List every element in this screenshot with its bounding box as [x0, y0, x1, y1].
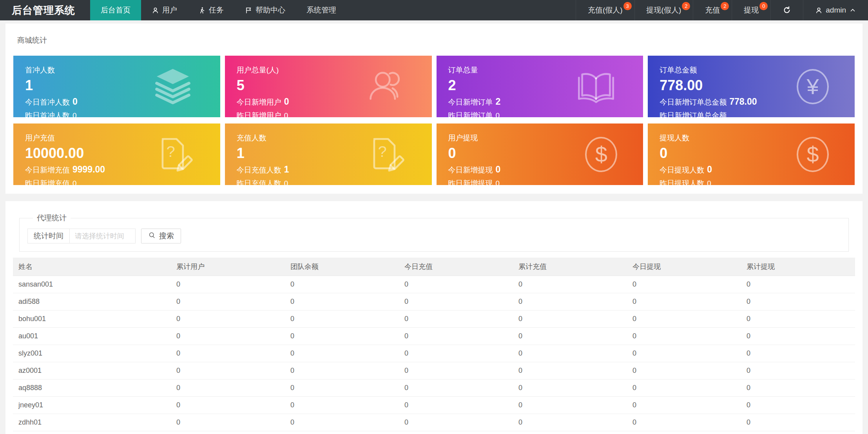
- document-edit-icon: ?: [154, 134, 194, 175]
- nav-item-label: 系统管理: [306, 5, 336, 15]
- cell-value: 0: [171, 328, 285, 345]
- notification-badge: 3: [623, 2, 632, 10]
- table-body: sansan001000000adi588000000bohu001000000…: [13, 276, 855, 434]
- cell-value: 0: [627, 414, 741, 431]
- username: admin: [826, 6, 846, 15]
- cell-value: 0: [171, 414, 285, 431]
- nav-item-label: 充值(假人): [588, 5, 623, 15]
- column-header: 今日提现: [627, 258, 741, 276]
- cell-value: 0: [513, 328, 627, 345]
- nav-item-withdraw-fake[interactable]: 提现(假人) 2: [634, 0, 693, 20]
- cell-value: 0: [627, 380, 741, 397]
- stat-time-input[interactable]: [70, 229, 136, 243]
- cell-value: 0: [171, 311, 285, 328]
- cell-value: 0: [627, 345, 741, 362]
- cell-value: 0: [285, 380, 399, 397]
- table-header-row: 姓名累计用户团队余额今日充值累计充值今日提现累计提现: [13, 258, 855, 276]
- agent-stats-panel: 代理统计 统计时间 搜索 姓名累计用户团队余额今日充值累计充值今日提现累计提现 …: [5, 201, 863, 434]
- cell-value: 0: [171, 362, 285, 380]
- table-row: au001000000: [13, 328, 855, 345]
- nav-item-home[interactable]: 后台首页: [90, 0, 141, 20]
- table-row: bohu001000000: [13, 311, 855, 328]
- cell-value: 0: [171, 345, 285, 362]
- cell-value: 0: [285, 293, 399, 311]
- refresh-icon: [783, 6, 791, 15]
- column-header: 累计用户: [171, 258, 285, 276]
- stat-time-label: 统计时间: [27, 229, 70, 243]
- cell-value: 0: [285, 276, 399, 293]
- nav-item-label: 任务: [209, 5, 224, 15]
- search-icon: [148, 231, 156, 241]
- search-button-label: 搜索: [159, 231, 174, 241]
- nav-item-tasks[interactable]: 任务: [188, 0, 234, 20]
- nav-item-label: 提现(假人): [647, 5, 681, 15]
- column-header: 今日充值: [399, 258, 513, 276]
- agent-stats-fieldset: 代理统计 统计时间 搜索: [19, 213, 849, 252]
- table-row: slyz001000000: [13, 345, 855, 362]
- cell-value: 0: [399, 362, 513, 380]
- cell-value: 0: [741, 293, 855, 311]
- column-header: 团队余额: [285, 258, 399, 276]
- main-content: 商城统计 首冲人数 1 今日首冲人数0 昨日首冲人数0 用户总量(人): [0, 24, 868, 434]
- cell-value: 0: [627, 311, 741, 328]
- users-icon: [365, 66, 406, 107]
- stat-card-user-recharge: 用户充值 10000.00 今日新增充值9999.00 昨日新增充值0 ?: [13, 123, 220, 185]
- cell-value: 0: [741, 431, 855, 434]
- stat-card-first-charge-users: 首冲人数 1 今日首冲人数0 昨日首冲人数0: [13, 56, 220, 117]
- cell-value: 0: [513, 431, 627, 434]
- cell-value: 0: [171, 293, 285, 311]
- nav-item-system-management[interactable]: 系统管理: [296, 0, 347, 20]
- cell-agent-name: adi588: [13, 293, 171, 311]
- cell-value: 0: [627, 328, 741, 345]
- cell-value: 0: [285, 362, 399, 380]
- cell-value: 0: [513, 276, 627, 293]
- cell-agent-name: az0001: [13, 362, 171, 380]
- stat-card-recharge-users: 充值人数 1 今日充值人数1 昨日充值人数0 ?: [225, 123, 432, 185]
- dollar-circle-icon: $: [585, 137, 617, 172]
- admin-user-icon: [815, 7, 823, 14]
- cell-value: 0: [741, 345, 855, 362]
- nav-item-label: 后台首页: [101, 5, 130, 15]
- user-menu[interactable]: admin: [803, 0, 868, 20]
- cell-value: 0: [285, 431, 399, 434]
- nav-item-withdraw[interactable]: 提现 0: [732, 0, 770, 20]
- card-yesterday-line: 昨日首冲人数0: [25, 111, 208, 117]
- cell-value: 0: [285, 414, 399, 431]
- nav-item-users[interactable]: 用户: [141, 0, 188, 20]
- notification-badge: 2: [682, 2, 690, 10]
- refresh-button[interactable]: [770, 0, 803, 20]
- mall-stats-title: 商城统计: [13, 31, 855, 56]
- nav-item-label: 用户: [162, 5, 177, 15]
- nav-item-recharge-fake[interactable]: 充值(假人) 3: [576, 0, 634, 20]
- search-button[interactable]: 搜索: [141, 229, 181, 243]
- cell-value: 0: [399, 397, 513, 414]
- cell-value: 0: [399, 311, 513, 328]
- column-header: 累计提现: [741, 258, 855, 276]
- svg-text:?: ?: [166, 143, 175, 160]
- flag-icon: [245, 7, 252, 14]
- cell-value: 0: [399, 293, 513, 311]
- cell-value: 0: [513, 414, 627, 431]
- cell-value: 0: [741, 414, 855, 431]
- chevron-up-icon: [849, 7, 856, 14]
- cell-value: 0: [285, 345, 399, 362]
- stat-card-withdraw-users: 提现人数 0 今日提现人数0 昨日提现人数0 $: [648, 123, 855, 185]
- cell-value: 0: [399, 380, 513, 397]
- table-row: aq8888000000: [13, 380, 855, 397]
- stat-cards-grid: 首冲人数 1 今日首冲人数0 昨日首冲人数0 用户总量(人) 5 今日新增用户0: [13, 56, 855, 185]
- nav-item-help-center[interactable]: 帮助中心: [234, 0, 296, 20]
- cell-agent-name: aq8888: [13, 380, 171, 397]
- cell-value: 0: [285, 311, 399, 328]
- cell-value: 0: [285, 328, 399, 345]
- user-icon: [152, 7, 159, 14]
- cell-value: 0: [741, 362, 855, 380]
- cell-value: 0: [171, 431, 285, 434]
- cell-value: 0: [741, 328, 855, 345]
- nav-item-recharge[interactable]: 充值 2: [693, 0, 732, 20]
- notification-badge: 2: [721, 2, 729, 10]
- cell-agent-name: jneey01: [13, 397, 171, 414]
- nav-item-label: 帮助中心: [256, 5, 285, 15]
- column-header: 姓名: [13, 258, 171, 276]
- nav-item-label: 提现: [744, 5, 759, 15]
- cell-value: 0: [399, 328, 513, 345]
